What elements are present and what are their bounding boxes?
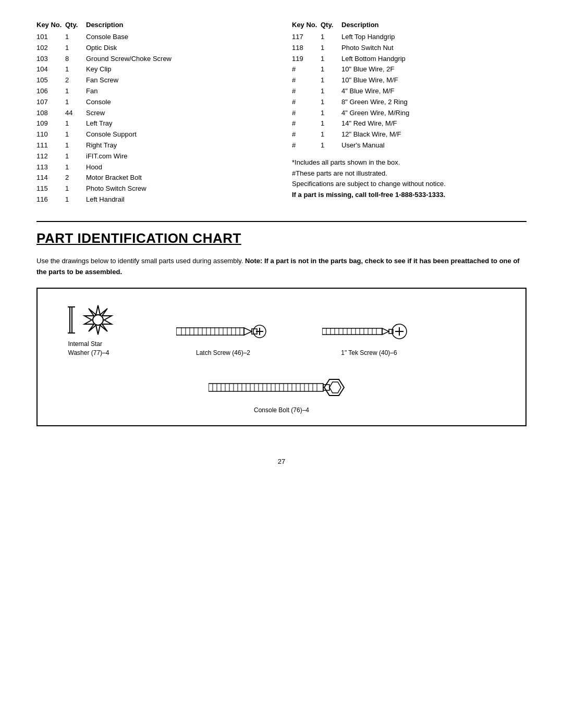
- row-qty: 1: [321, 64, 341, 75]
- table-row: 104 1 Key Clip: [36, 64, 271, 75]
- left-header-desc: Description: [86, 21, 271, 29]
- row-desc: Console Support: [86, 129, 271, 140]
- row-desc: Photo Switch Screw: [86, 183, 271, 194]
- row-keyno: 101: [36, 32, 65, 43]
- row-qty: 2: [65, 172, 86, 183]
- table-row: # 1 12" Black Wire, M/F: [292, 129, 527, 140]
- row-qty: 1: [321, 129, 341, 140]
- table-row: 102 1 Optic Disk: [36, 43, 271, 54]
- row-qty: 1: [321, 86, 341, 97]
- svg-rect-5: [176, 328, 244, 335]
- table-row: 115 1 Photo Switch Screw: [36, 183, 271, 194]
- row-desc: Left Bottom Handgrip: [341, 54, 527, 65]
- svg-rect-0: [70, 307, 72, 333]
- row-qty: 1: [65, 64, 86, 75]
- row-desc: Console Base: [86, 32, 271, 43]
- parts-id-top-row: Internal StarWasher (77)–4: [53, 304, 510, 357]
- row-desc: 12" Black Wire, M/F: [341, 129, 527, 140]
- row-keyno: 116: [36, 194, 65, 205]
- row-qty: 1: [321, 32, 341, 43]
- table-row: # 1 4" Green Wire, M/Ring: [292, 108, 527, 119]
- row-desc: Optic Disk: [86, 43, 271, 54]
- row-keyno: 119: [292, 54, 321, 65]
- svg-rect-45: [209, 384, 323, 391]
- chart-intro: Use the drawings below to identify small…: [36, 256, 527, 278]
- row-qty: 1: [65, 129, 86, 140]
- row-keyno: 103: [36, 54, 65, 65]
- row-desc: 10" Blue Wire, 2F: [341, 64, 527, 75]
- table-row: # 1 10" Blue Wire, M/F: [292, 75, 527, 86]
- console-bolt-item: Console Bolt (76)–4: [209, 373, 354, 415]
- row-qty: 2: [65, 75, 86, 86]
- table-row: 119 1 Left Bottom Handgrip: [292, 54, 527, 65]
- right-header-qty: Qty.: [321, 21, 341, 29]
- table-row: 103 8 Ground Screw/Choke Screw: [36, 54, 271, 65]
- row-desc: Left Handrail: [86, 194, 271, 205]
- table-row: 109 1 Left Tray: [36, 118, 271, 129]
- row-keyno: #: [292, 97, 321, 108]
- table-row: 117 1 Left Top Handgrip: [292, 32, 527, 43]
- chart-intro-normal: Use the drawings below to identify small…: [36, 257, 243, 265]
- row-keyno: #: [292, 118, 321, 129]
- row-keyno: #: [292, 86, 321, 97]
- row-desc: 4" Green Wire, M/Ring: [341, 108, 527, 119]
- row-keyno: 105: [36, 75, 65, 86]
- note-line1: *Includes all parts shown in the box.: [292, 157, 527, 168]
- row-keyno: 109: [36, 118, 65, 129]
- row-keyno: #: [292, 75, 321, 86]
- row-keyno: 118: [292, 43, 321, 54]
- left-header-qty: Qty.: [65, 21, 86, 29]
- latch-screw-label: Latch Screw (46)–2: [196, 349, 250, 357]
- table-row: 113 1 Hood: [36, 162, 271, 173]
- note-line3: Specifications are subject to change wit…: [292, 179, 527, 190]
- row-desc: 4" Blue Wire, M/F: [341, 86, 527, 97]
- row-keyno: 108: [36, 108, 65, 119]
- right-header-desc: Description: [341, 21, 527, 29]
- table-row: 105 2 Fan Screw: [36, 75, 271, 86]
- row-keyno: 107: [36, 97, 65, 108]
- row-desc: Ground Screw/Choke Screw: [86, 54, 271, 65]
- right-rows: 117 1 Left Top Handgrip 118 1 Photo Swit…: [292, 32, 527, 151]
- row-keyno: 106: [36, 86, 65, 97]
- table-row: 101 1 Console Base: [36, 32, 271, 43]
- row-qty: 1: [321, 140, 341, 151]
- row-desc: Motor Bracket Bolt: [86, 172, 271, 183]
- left-header-keyno: Key No.: [36, 21, 65, 29]
- row-keyno: 112: [36, 151, 65, 162]
- row-keyno: 102: [36, 43, 65, 54]
- row-qty: 1: [65, 97, 86, 108]
- left-table-header: Key No. Qty. Description: [36, 21, 271, 29]
- chart-title: PART IDENTIFICATION CHART: [36, 230, 527, 246]
- row-desc: Photo Switch Nut: [341, 43, 527, 54]
- row-qty: 1: [65, 140, 86, 151]
- row-keyno: 111: [36, 140, 65, 151]
- row-desc: iFIT.com Wire: [86, 151, 271, 162]
- row-qty: 1: [65, 151, 86, 162]
- table-row: 116 1 Left Handrail: [36, 194, 271, 205]
- note-line2: #These parts are not illustrated.: [292, 168, 527, 179]
- tek-screw-label: 1" Tek Screw (40)–6: [341, 349, 397, 357]
- table-row: # 1 8" Green Wire, 2 Ring: [292, 97, 527, 108]
- table-row: 108 44 Screw: [36, 108, 271, 119]
- row-keyno: #: [292, 64, 321, 75]
- table-row: 107 1 Console: [36, 97, 271, 108]
- table-row: # 1 10" Blue Wire, 2F: [292, 64, 527, 75]
- row-qty: 1: [321, 75, 341, 86]
- section-divider: [36, 221, 527, 222]
- parts-id-bottom-row: Console Bolt (76)–4: [53, 373, 510, 415]
- row-qty: 1: [65, 118, 86, 129]
- svg-point-4: [93, 315, 103, 325]
- row-desc: Left Top Handgrip: [341, 32, 527, 43]
- row-keyno: #: [292, 129, 321, 140]
- row-qty: 1: [321, 118, 341, 129]
- right-header-keyno: Key No.: [292, 21, 321, 29]
- washer-illustration: [64, 304, 114, 336]
- table-row: # 1 14" Red Wire, M/F: [292, 118, 527, 129]
- row-desc: Screw: [86, 108, 271, 119]
- left-rows: 101 1 Console Base 102 1 Optic Disk 103 …: [36, 32, 271, 205]
- table-row: 114 2 Motor Bracket Bolt: [36, 172, 271, 183]
- row-qty: 44: [65, 108, 86, 119]
- tek-screw-icon: [322, 318, 416, 344]
- row-desc: 8" Green Wire, 2 Ring: [341, 97, 527, 108]
- row-desc: 14" Red Wire, M/F: [341, 118, 527, 129]
